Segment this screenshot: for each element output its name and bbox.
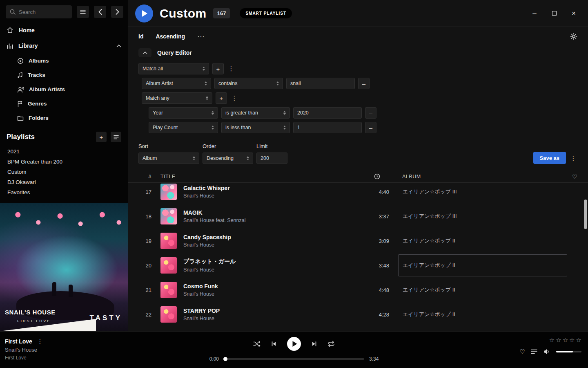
group-menu-button[interactable]: ⋮ [230, 92, 238, 104]
volume-slider[interactable] [556, 351, 581, 352]
track-menu-button[interactable]: ⋮ [37, 338, 43, 345]
playlist-item[interactable]: 2021 [0, 146, 128, 157]
track-art-thumb [160, 184, 177, 200]
sidebar-item-folders[interactable]: Folders [0, 111, 128, 125]
minus-icon: – [369, 124, 372, 131]
order-select[interactable]: Descending [203, 153, 253, 164]
seek-bar[interactable] [224, 358, 364, 360]
rule-value-field[interactable] [286, 78, 355, 89]
match-mode-select[interactable]: Match any [142, 92, 212, 104]
playlist-item[interactable]: Custom [0, 167, 128, 177]
list-icon [114, 135, 119, 139]
previous-track-button[interactable] [270, 341, 277, 347]
track-duration: 3:48 [365, 263, 389, 269]
artist-icon [17, 86, 24, 93]
sort-field-button[interactable]: Id [138, 33, 143, 40]
playlist-item[interactable]: Favorites [0, 187, 128, 197]
star-icon[interactable]: ☆ [563, 337, 568, 344]
rule-operator-select[interactable]: contains [214, 78, 283, 89]
remove-rule-button[interactable]: – [365, 107, 376, 119]
kebab-icon: ⋮ [228, 65, 234, 72]
vertical-scrollbar-thumb[interactable] [584, 200, 587, 229]
playlist-label: DJ Okawari [7, 179, 36, 185]
match-mode-select[interactable]: Match all [138, 63, 209, 74]
rule-operator-select[interactable]: is greater than [221, 107, 290, 119]
add-rule-button[interactable]: + [212, 63, 224, 74]
track-artist: Snail's House [183, 291, 365, 297]
search-box[interactable] [6, 5, 72, 18]
rule-value-input[interactable] [297, 125, 358, 130]
maximize-button[interactable] [550, 10, 558, 17]
repeat-button[interactable] [327, 341, 335, 347]
table-row[interactable]: 18 MAGIK Snail's House feat. Sennzai 3:3… [138, 204, 582, 229]
table-row[interactable]: 20 プラネット・ガール Snail's House 3:48 エイリアン☆ポッ… [138, 253, 582, 278]
star-icon[interactable]: ☆ [576, 337, 581, 344]
rule-field-select[interactable]: Play Count [149, 122, 218, 133]
table-row[interactable]: 19 Candy Spaceship Snail's House 3:09 エイ… [138, 229, 582, 253]
sort-direction-button[interactable]: Ascending [156, 33, 185, 40]
track-title: Cosmo Funk [183, 283, 365, 289]
header-number[interactable]: # [138, 173, 151, 180]
track-duration: 4:48 [365, 287, 389, 293]
add-playlist-button[interactable]: + [96, 132, 107, 142]
sort-select[interactable]: Album [138, 153, 199, 164]
header-title[interactable]: TITLE [160, 174, 365, 180]
next-track-button[interactable] [311, 341, 318, 347]
header-album[interactable]: ALBUM [398, 174, 567, 180]
save-as-button[interactable]: Save as [533, 152, 566, 164]
header-favorite[interactable]: ♡ [567, 173, 582, 180]
playlist-item[interactable]: DJ Okawari [0, 177, 128, 187]
track-art-thumb [160, 282, 177, 298]
sidebar-item-home[interactable]: Home [0, 22, 128, 38]
play-pause-button[interactable] [287, 337, 301, 351]
sidebar-item-tracks[interactable]: Tracks [0, 68, 128, 82]
star-icon[interactable]: ☆ [549, 337, 555, 344]
track-album-focused-cell[interactable]: エイリアン☆ポップ II [398, 254, 567, 276]
add-rule-button[interactable]: + [216, 92, 227, 104]
track-number: 20 [138, 263, 151, 269]
art-album-text: FIRST LOVE [17, 319, 51, 323]
rule-value-field[interactable] [293, 122, 362, 133]
minimize-button[interactable]: – [531, 10, 538, 17]
seek-handle[interactable] [223, 357, 227, 361]
volume-icon[interactable] [543, 348, 550, 355]
rule-value-field[interactable] [293, 107, 362, 119]
rule-field-select[interactable]: Year [149, 107, 218, 119]
table-row[interactable]: 17 Galactic Whisper Snail's House 4:40 エ… [138, 183, 582, 204]
table-row[interactable]: 22 STARRY POP Snail's House 4:28 エイリアン☆ポ… [138, 302, 582, 327]
playlist-item[interactable]: BPM Greater than 200 [0, 157, 128, 167]
nav-forward-button[interactable] [111, 6, 123, 18]
star-icon[interactable]: ☆ [556, 337, 561, 344]
sidebar-item-library[interactable]: Library [0, 38, 128, 54]
more-options-button[interactable]: ⋯ [197, 32, 205, 41]
limit-field[interactable] [256, 153, 287, 164]
sidebar-item-album-artists[interactable]: Album Artists [0, 82, 128, 96]
table-row[interactable]: 21 Cosmo Funk Snail's House 4:48 エイリアン☆ポ… [138, 278, 582, 302]
play-playlist-button[interactable] [135, 4, 153, 22]
settings-button[interactable] [570, 33, 577, 40]
close-button[interactable]: × [570, 10, 577, 17]
menu-button[interactable] [77, 6, 89, 18]
collapse-query-editor-button[interactable] [138, 48, 151, 57]
shuffle-button[interactable] [253, 341, 261, 347]
rule-field-select[interactable]: Album Artist [142, 78, 211, 89]
remove-rule-button[interactable]: – [358, 78, 370, 89]
rule-operator-select[interactable]: is less than [221, 122, 290, 133]
music-note-icon [17, 72, 23, 79]
star-icon[interactable]: ☆ [569, 337, 575, 344]
header-duration[interactable] [365, 173, 389, 180]
maximize-icon [552, 11, 557, 16]
queue-button[interactable] [531, 349, 537, 355]
group-menu-button[interactable]: ⋮ [227, 63, 235, 74]
playlist-list-button[interactable] [111, 132, 121, 142]
query-menu-button[interactable]: ⋮ [569, 153, 577, 164]
sidebar-item-albums[interactable]: Albums [0, 54, 128, 68]
limit-input[interactable] [261, 155, 283, 161]
nav-back-button[interactable] [94, 6, 106, 18]
favorite-button[interactable]: ♡ [520, 348, 525, 355]
remove-rule-button[interactable]: – [365, 122, 376, 133]
search-input[interactable] [19, 9, 68, 15]
rule-value-input[interactable] [290, 81, 351, 86]
rule-value-input[interactable] [297, 110, 358, 116]
sidebar-item-genres[interactable]: Genres [0, 96, 128, 111]
